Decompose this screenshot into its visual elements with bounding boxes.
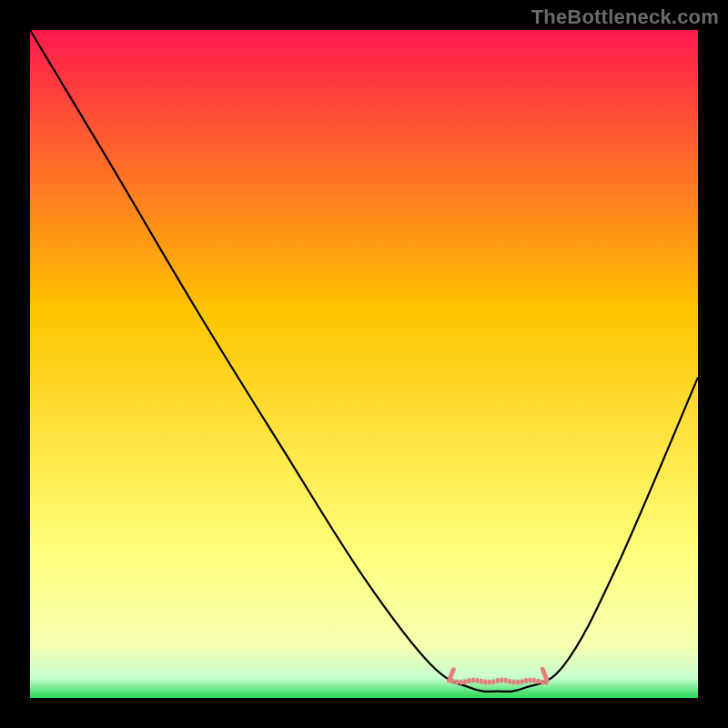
svg-rect-5 — [471, 677, 475, 682]
svg-rect-18 — [524, 678, 528, 683]
svg-rect-22 — [541, 680, 544, 685]
svg-rect-20 — [532, 678, 536, 683]
svg-rect-4 — [467, 678, 470, 683]
svg-rect-16 — [516, 680, 520, 685]
svg-rect-10 — [491, 679, 495, 684]
svg-rect-8 — [483, 680, 487, 685]
svg-rect-15 — [511, 680, 515, 685]
svg-rect-7 — [480, 679, 483, 684]
svg-rect-17 — [520, 679, 523, 684]
svg-rect-14 — [508, 679, 511, 684]
plot-area — [30, 30, 698, 698]
svg-rect-6 — [475, 678, 479, 683]
svg-rect-2 — [459, 680, 462, 685]
svg-rect-3 — [463, 679, 467, 684]
svg-rect-19 — [528, 677, 531, 682]
svg-rect-11 — [496, 678, 500, 683]
svg-rect-1 — [455, 680, 459, 685]
svg-rect-21 — [536, 679, 540, 684]
bottleneck-chart — [0, 0, 728, 728]
svg-rect-12 — [500, 677, 503, 682]
svg-rect-9 — [488, 680, 491, 685]
svg-rect-13 — [504, 678, 508, 683]
